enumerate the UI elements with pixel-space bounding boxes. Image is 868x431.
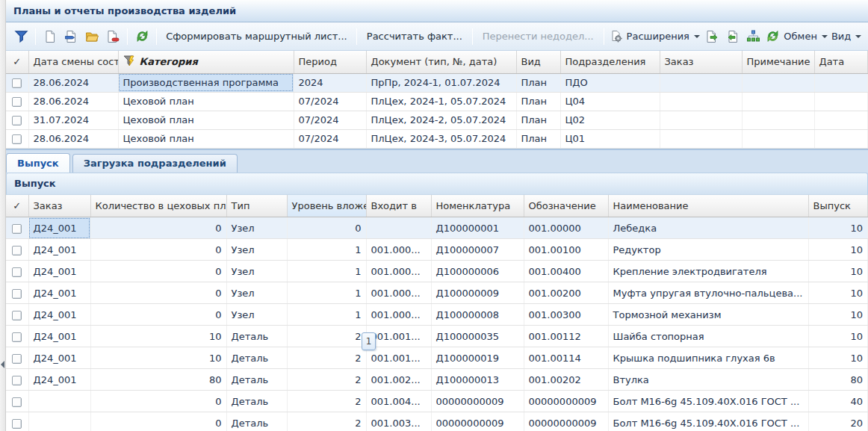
cell-name[interactable]: Муфта упругая втулочно-пальцева... xyxy=(608,282,808,304)
cell-level[interactable]: 1 xyxy=(287,261,366,282)
column-header-date2[interactable]: Дата xyxy=(814,51,868,73)
cell-designation[interactable]: 001.00202 xyxy=(524,369,608,391)
cell-department[interactable]: Ц01 xyxy=(560,129,660,148)
table-row[interactable]: Д24_00110Деталь2001.001...Д100000035001.… xyxy=(6,326,868,347)
filter-button[interactable] xyxy=(10,26,31,47)
cell-order[interactable] xyxy=(28,391,90,412)
cell-note[interactable] xyxy=(742,73,814,92)
cell-nomenclature[interactable]: Д100000007 xyxy=(431,239,524,261)
column-header-nomenclature[interactable]: Номенклатура xyxy=(431,195,524,217)
cell-parent[interactable]: 001.000... xyxy=(366,239,431,261)
row-checkbox[interactable] xyxy=(12,332,22,342)
cell-order[interactable] xyxy=(660,129,742,148)
cell-nomenclature[interactable]: 00000000009 xyxy=(431,412,524,431)
table-row[interactable]: Д24_0010Узел1001.000...Д100000007001.001… xyxy=(6,239,868,261)
cell-parent[interactable] xyxy=(366,217,431,239)
cell-name[interactable]: Редуктор xyxy=(608,239,808,261)
row-checkbox[interactable] xyxy=(12,267,22,277)
cell-order[interactable]: Д24_001 xyxy=(28,304,90,326)
column-header-designation[interactable]: Обозначение xyxy=(524,195,608,217)
cell-designation[interactable]: 001.00400 xyxy=(524,261,608,282)
open-folder-button[interactable] xyxy=(81,26,102,47)
cell-date[interactable]: 28.06.2024 xyxy=(28,129,118,148)
cell-kind[interactable]: План xyxy=(516,129,560,148)
cell-qty[interactable]: 0 xyxy=(90,217,226,239)
table-row[interactable]: Д24_0010Узел0Д100000001001.00000Лебедка1… xyxy=(6,217,868,239)
row-checkbox[interactable] xyxy=(12,397,22,407)
cell-name[interactable]: Втулка xyxy=(608,369,808,391)
cell-order[interactable]: Д24_001 xyxy=(28,326,90,347)
column-header-name[interactable]: Наименование xyxy=(608,195,808,217)
cell-type[interactable]: Узел xyxy=(226,239,287,261)
exchange-button[interactable]: Обмен xyxy=(764,26,829,47)
column-header-parent[interactable]: Входит в xyxy=(366,195,431,217)
column-header-date[interactable]: Дата смены сост xyxy=(28,51,118,73)
cell-parent[interactable]: 001.002... xyxy=(366,369,431,391)
row-checkbox[interactable] xyxy=(12,311,22,320)
cell-output[interactable]: 40 xyxy=(808,391,868,412)
table-row[interactable]: Д24_00180Деталь2001.002...Д100000013001.… xyxy=(6,369,868,391)
cell-designation[interactable]: 001.00000 xyxy=(524,217,608,239)
cell-parent[interactable]: 001.000... xyxy=(366,282,431,304)
table-row[interactable]: Д24_0010Узел1001.000...Д100000006001.004… xyxy=(6,261,868,282)
cell-output[interactable]: 10 xyxy=(808,261,868,282)
cell-period[interactable]: 07/2024 xyxy=(294,92,366,111)
cell-nomenclature[interactable]: Д100000001 xyxy=(431,217,524,239)
cell-parent[interactable]: 001.000... xyxy=(366,261,431,282)
column-header-level[interactable]: Уровень вложен xyxy=(287,195,366,217)
cell-note[interactable] xyxy=(742,111,814,129)
column-header-category[interactable]: Категория xyxy=(118,51,294,73)
cell-parent[interactable]: 001.000... xyxy=(366,304,431,326)
cell-qty[interactable]: 0 xyxy=(90,412,226,431)
column-header-order[interactable]: Заказ xyxy=(28,195,90,217)
cell-qty[interactable]: 0 xyxy=(90,391,226,412)
cell-order[interactable] xyxy=(28,412,90,431)
cell-type[interactable]: Узел xyxy=(226,261,287,282)
row-checkbox[interactable] xyxy=(12,246,22,255)
cell-parent[interactable]: 001.004... xyxy=(366,391,431,412)
table-row[interactable]: 28.06.2024Цеховой план07/2024ПлЦех, 2024… xyxy=(6,129,868,148)
cell-level[interactable]: 1 xyxy=(287,239,366,261)
import-file-button[interactable] xyxy=(722,26,743,47)
cell-designation[interactable]: 001.00200 xyxy=(524,282,608,304)
cell-date[interactable]: 28.06.2024 xyxy=(28,92,118,111)
cell-level[interactable]: 0 xyxy=(287,217,366,239)
cell-department[interactable]: Ц02 xyxy=(560,111,660,129)
cell-nomenclature[interactable]: Д100000035 xyxy=(431,326,524,347)
cell-category[interactable]: Производственная программа xyxy=(118,73,294,92)
cell-output[interactable]: 10 xyxy=(808,304,868,326)
cell-order[interactable]: Д24_001 xyxy=(28,369,90,391)
row-checkbox[interactable] xyxy=(12,419,22,429)
cell-designation[interactable]: 00000000009 xyxy=(524,391,608,412)
cell-note[interactable] xyxy=(742,129,814,148)
cell-qty[interactable]: 80 xyxy=(90,369,226,391)
cell-level[interactable]: 2 xyxy=(287,391,366,412)
cell-qty[interactable]: 0 xyxy=(90,282,226,304)
table-row[interactable]: 31.07.2024Цеховой план07/2024ПлЦех, 2024… xyxy=(6,111,868,129)
column-header-kind[interactable]: Вид xyxy=(516,51,560,73)
table-row[interactable]: 28.06.2024Производственная программа2024… xyxy=(6,73,868,92)
cell-designation[interactable]: 001.00100 xyxy=(524,239,608,261)
cell-output[interactable]: 10 xyxy=(808,217,868,239)
row-checkbox[interactable] xyxy=(12,97,22,107)
cell-qty[interactable]: 10 xyxy=(90,326,226,347)
row-checkbox[interactable] xyxy=(12,354,22,364)
cell-level[interactable]: 2 xyxy=(287,369,366,391)
cell-category[interactable]: Цеховой план xyxy=(118,92,294,111)
table-row[interactable]: Д24_0010Узел1001.000...Д100000009001.002… xyxy=(6,282,868,304)
cell-type[interactable]: Деталь xyxy=(226,412,287,431)
cell-designation[interactable]: 00000000009 xyxy=(524,412,608,431)
cell-type[interactable]: Деталь xyxy=(226,347,287,369)
cell-document[interactable]: ПлЦех, 2024-3, 05.07.2024 xyxy=(366,129,516,148)
cell-date2[interactable] xyxy=(814,111,868,129)
cell-designation[interactable]: 001.00300 xyxy=(524,304,608,326)
cell-qty[interactable]: 0 xyxy=(90,239,226,261)
cell-order[interactable] xyxy=(660,111,742,129)
cell-level[interactable]: 2 xyxy=(287,347,366,369)
column-header-output[interactable]: Выпуск xyxy=(808,195,868,217)
cell-document[interactable]: ПрПр, 2024-1, 01.07.2024 xyxy=(366,73,516,92)
column-header-note[interactable]: Примечание xyxy=(742,51,814,73)
cell-output[interactable]: 20 xyxy=(808,412,868,431)
column-header-document[interactable]: Документ (тип, №, дата) xyxy=(366,51,516,73)
tab-output[interactable]: Выпуск xyxy=(6,153,70,173)
